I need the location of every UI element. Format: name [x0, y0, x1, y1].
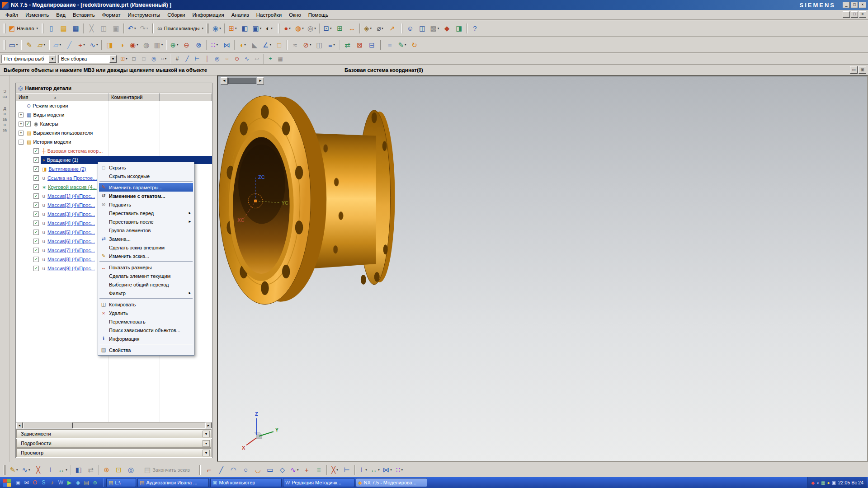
split-body-icon[interactable]: ◫	[313, 39, 326, 51]
context-menu-item[interactable]: Выберите общий переход	[99, 280, 193, 289]
mirror-feature-icon[interactable]: ⋈	[221, 39, 233, 51]
deselect-all-icon[interactable]: □	[139, 54, 149, 64]
pattern-feature-icon[interactable]: ∷▾	[208, 39, 221, 51]
tree-row-label-area[interactable]: ▧История модели	[25, 138, 212, 146]
open-icon[interactable]: ▤	[57, 22, 70, 34]
immediate-hide-icon[interactable]: ◍▾	[293, 22, 306, 34]
wcs-dynamics-icon[interactable]: +	[265, 54, 275, 64]
feature-checkbox[interactable]: ✓	[33, 148, 39, 154]
point-icon[interactable]: +	[301, 464, 313, 476]
trim-icon[interactable]: ╳▾	[329, 464, 341, 476]
feature-checkbox[interactable]: ✓	[33, 184, 39, 190]
update-model-icon[interactable]: ⊕	[100, 464, 113, 476]
datum-axis-icon[interactable]: ╱	[63, 39, 75, 51]
circle-icon[interactable]: ○	[240, 464, 252, 476]
resource-tab-label[interactable]: Э	[0, 89, 9, 94]
menu-item[interactable]: Анализ	[228, 11, 253, 19]
expand-icon[interactable]: +	[19, 131, 24, 136]
tree-row[interactable]: +▨Выражения пользователя	[16, 128, 212, 137]
cut-icon[interactable]: ╳	[85, 22, 98, 34]
orient-sketch-icon[interactable]: ◧	[72, 464, 85, 476]
panel-splitter[interactable]	[213, 75, 217, 462]
zoom-fit-icon[interactable]: ⊞	[334, 22, 346, 34]
feature-checkbox[interactable]: ✓	[33, 266, 39, 271]
menu-bar[interactable]: ФайлИзменитьВидВставитьФорматИнструменты…	[0, 10, 868, 20]
pan-icon[interactable]: ↔	[346, 22, 358, 34]
chevron-down-icon[interactable]: ▼	[203, 431, 210, 437]
resource-tab-label[interactable]: со	[0, 94, 9, 99]
pattern-curve-icon[interactable]: ∷▾	[393, 464, 406, 476]
viewport-splitter-control[interactable]: ◄ ►	[221, 77, 264, 84]
offset-surface-icon[interactable]: ≡▾	[326, 39, 338, 51]
antivirus-icon[interactable]: ◆	[811, 480, 815, 485]
snap-endpoint-icon[interactable]: ╱	[182, 54, 192, 64]
hole-icon[interactable]: ◉▾	[128, 39, 140, 51]
rollover-icon[interactable]: ○▾	[159, 54, 169, 64]
menu-item[interactable]: Вид	[52, 11, 69, 19]
finish-sketch-button[interactable]: ▤ Закончить эскиз	[142, 464, 193, 476]
sketch-toolbar[interactable]: ✎▾∿▾╳⊥↔▾◧⇄⊕⊡◎ ▤ Закончить эскиз ⌐╱◠○◡▭◇∿…	[0, 462, 868, 477]
expand-icon[interactable]: +	[19, 113, 24, 117]
point-icon[interactable]: +▾	[75, 39, 88, 51]
expand-icon[interactable]: +	[19, 122, 24, 127]
context-menu-item[interactable]: Скрыть исходные	[99, 172, 193, 180]
edit-feature-icon[interactable]: ✎▾	[396, 39, 408, 51]
toolbar-grip[interactable]	[199, 465, 201, 475]
splitter-thumb[interactable]	[228, 78, 256, 84]
sketchbar-tools[interactable]: ⌐╱◠○◡▭◇∿▾+≡╳▾⊢⊥▾↔▾⋈▾∷▾	[197, 464, 406, 476]
profile-icon[interactable]: ⌐	[203, 464, 215, 476]
snap-arc-center-icon[interactable]: ◎	[212, 54, 222, 64]
resource-tab-label[interactable]: н	[0, 112, 9, 116]
toolbar-grip[interactable]	[3, 40, 5, 50]
edge-blend-icon[interactable]: ◖▾	[236, 39, 249, 51]
resource-tab-label[interactable]: п	[0, 122, 9, 127]
toolbar-grip[interactable]	[3, 23, 5, 33]
model-canvas[interactable]: ZC YC XC Z Y X	[218, 76, 867, 461]
user-role-icon[interactable]: ☺	[404, 22, 416, 34]
studio-spline-icon[interactable]: ∿▾	[288, 464, 301, 476]
view-freeze-icon[interactable]: ◧	[239, 22, 251, 34]
toolbar-grip[interactable]	[380, 40, 382, 50]
quick-trim-icon[interactable]: ╳	[32, 464, 44, 476]
select-all-icon[interactable]: □	[129, 54, 139, 64]
context-menu-item[interactable]: □Скрыть	[99, 163, 193, 172]
redo-icon[interactable]: ↷▾	[138, 22, 150, 34]
context-menu-item[interactable]: Фильтр►	[99, 289, 193, 297]
context-menu-item[interactable]: Группа элементов	[99, 226, 193, 235]
mdi-restore-button[interactable]: □	[851, 11, 858, 18]
task-environment-icon[interactable]: ▭▾	[7, 39, 19, 51]
shell-icon[interactable]: □	[273, 39, 285, 51]
help-icon[interactable]: ?	[469, 22, 481, 34]
column-header-comment[interactable]: Комментарий	[108, 93, 160, 101]
chevron-down-icon[interactable]: ▼	[203, 440, 210, 447]
dialog-rail-icon[interactable]: ▭	[850, 66, 858, 74]
extend-icon[interactable]: ⊢	[341, 464, 353, 476]
update-icon[interactable]: ●	[827, 480, 830, 485]
undo-icon[interactable]: ↶▾	[126, 22, 138, 34]
snap-midpoint-icon[interactable]: ⊢	[192, 54, 202, 64]
feature-checkbox[interactable]: ✓	[33, 211, 39, 217]
highlight-icon[interactable]: ◎	[149, 54, 159, 64]
context-menu-item[interactable]: ℹИнформация	[99, 334, 193, 343]
tree-row[interactable]: ⊙Режим истории	[16, 101, 212, 110]
display-mode-icon[interactable]: ◐▾	[263, 22, 275, 34]
rectangle-icon[interactable]: ▭	[264, 464, 276, 476]
context-menu-item[interactable]: ↺Изменение с откатом...	[99, 192, 193, 200]
resource-tab-label[interactable]: Д	[0, 106, 9, 111]
arc-icon[interactable]: ◠	[227, 464, 240, 476]
context-menu[interactable]: □СкрытьСкрыть исходные✎Изменить параметр…	[98, 162, 194, 356]
snap-intersection-icon[interactable]: ┼	[202, 54, 212, 64]
resource-tab-label[interactable]: за	[0, 128, 9, 132]
snap-grid-icon[interactable]: #	[172, 54, 182, 64]
task-buttons[interactable]: ▤L:\▤Аудиозаписи Ивана ...▣Мой компьютер…	[106, 478, 427, 487]
subtract-icon[interactable]: ⊖	[180, 39, 193, 51]
display-object-icon[interactable]: ◎	[125, 464, 137, 476]
tree-row[interactable]: ✓┼Базовая система коор...	[16, 146, 212, 155]
task-button[interactable]: ▤Аудиозаписи Ивана ...	[137, 478, 209, 487]
dimension-icon[interactable]: ↔▾	[369, 464, 381, 476]
move-object-icon[interactable]: ↗	[386, 22, 398, 34]
selection-bar[interactable]: Нет фильтра выб ▼ Вся сборка ▼ ⊞▾□□◎○▾#╱…	[0, 53, 868, 65]
tray-icons[interactable]: ◆◖▦●▣	[811, 480, 836, 485]
sketch-in-task-icon[interactable]: ▱▾	[35, 39, 47, 51]
curve-icon[interactable]: ∿▾	[88, 39, 100, 51]
